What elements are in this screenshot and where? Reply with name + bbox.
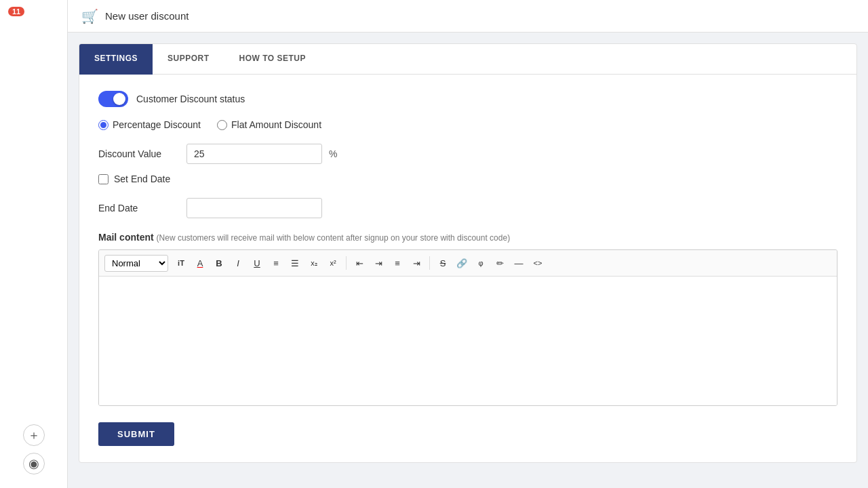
unordered-list-btn[interactable]: ☰ (286, 254, 304, 272)
sidebar: 11 ＋ ◉ (0, 0, 68, 488)
toggle-label: Customer Discount status (136, 94, 245, 104)
highlight-btn[interactable]: ✏ (491, 254, 509, 272)
align-left-btn[interactable]: ⇥ (370, 254, 387, 272)
content-area: SETTINGS SUPPORT HOW TO SETUP Customer D… (68, 33, 868, 488)
mail-content-label-row: Mail content (New customers will receive… (98, 232, 837, 243)
toolbar-divider-1 (346, 256, 347, 270)
format-select[interactable]: Normal Heading 1 Heading 2 Heading 3 (104, 255, 168, 272)
discount-value-input[interactable] (186, 144, 322, 164)
font-size-btn[interactable]: iT (172, 254, 190, 272)
font-color-btn[interactable]: A (191, 254, 209, 272)
outdent-btn[interactable]: ⇤ (351, 254, 368, 272)
strikethrough-btn[interactable]: S (434, 254, 452, 272)
set-end-date-checkbox[interactable] (98, 174, 108, 184)
bold-btn[interactable]: B (210, 254, 228, 272)
underline-btn[interactable]: U (248, 254, 266, 272)
discount-type-radio-group: Percentage Discount Flat Amount Discount (98, 119, 837, 130)
set-end-date-row: Set End Date (98, 174, 837, 184)
code-block-btn[interactable]: φ (472, 254, 490, 272)
toolbar-divider-2 (429, 256, 430, 270)
discount-suffix: % (329, 148, 337, 159)
align-right-btn[interactable]: ⇥ (408, 254, 425, 272)
end-date-input[interactable] (186, 198, 322, 218)
superscript-btn[interactable]: x² (324, 254, 342, 272)
percentage-discount-label: Percentage Discount (113, 119, 201, 130)
set-end-date-label[interactable]: Set End Date (114, 174, 170, 184)
end-date-row: End Date (98, 198, 837, 218)
sidebar-badge: 11 (8, 7, 24, 16)
flat-discount-option[interactable]: Flat Amount Discount (217, 119, 321, 130)
view-button[interactable]: ◉ (23, 453, 45, 474)
tab-settings[interactable]: SETTINGS (79, 44, 153, 75)
align-center-btn[interactable]: ≡ (389, 254, 406, 272)
discount-value-row: Discount Value % (98, 144, 837, 164)
settings-card: SETTINGS SUPPORT HOW TO SETUP Customer D… (79, 43, 857, 463)
editor-body[interactable] (99, 277, 837, 405)
add-button[interactable]: ＋ (23, 424, 45, 446)
percentage-discount-option[interactable]: Percentage Discount (98, 119, 201, 130)
editor-toolbar: Normal Heading 1 Heading 2 Heading 3 iT … (99, 250, 837, 277)
discount-value-label: Discount Value (98, 148, 180, 159)
source-btn[interactable]: <> (529, 254, 547, 272)
discount-status-toggle[interactable] (98, 91, 128, 107)
end-date-label: End Date (98, 203, 180, 214)
submit-button[interactable]: SUBMIT (98, 422, 174, 446)
tab-support[interactable]: SUPPORT (153, 44, 224, 75)
sidebar-actions: ＋ ◉ (23, 424, 45, 474)
ordered-list-btn[interactable]: ≡ (267, 254, 285, 272)
link-btn[interactable]: 🔗 (453, 254, 471, 272)
topbar-title: New user discount (105, 10, 189, 22)
subscript-btn[interactable]: x₂ (305, 254, 323, 272)
tab-bar: SETTINGS SUPPORT HOW TO SETUP (79, 44, 856, 75)
topbar-icon: 🛒 (81, 8, 98, 24)
mail-content-heading: Mail content (98, 232, 154, 243)
topbar: 🛒 New user discount (68, 0, 868, 33)
tab-how-to-setup[interactable]: HOW TO SETUP (224, 44, 321, 75)
toggle-row: Customer Discount status (98, 91, 837, 107)
mail-content-note: (New customers will receive mail with be… (157, 233, 511, 243)
percentage-discount-radio[interactable] (98, 120, 108, 130)
mail-content-editor: Normal Heading 1 Heading 2 Heading 3 iT … (98, 249, 837, 406)
main-area: 🛒 New user discount SETTINGS SUPPORT HOW… (68, 0, 868, 488)
flat-discount-radio[interactable] (217, 120, 227, 130)
italic-btn[interactable]: I (229, 254, 247, 272)
settings-form: Customer Discount status Percentage Disc… (79, 75, 856, 462)
flat-discount-label: Flat Amount Discount (231, 119, 321, 130)
hr-btn[interactable]: — (510, 254, 528, 272)
